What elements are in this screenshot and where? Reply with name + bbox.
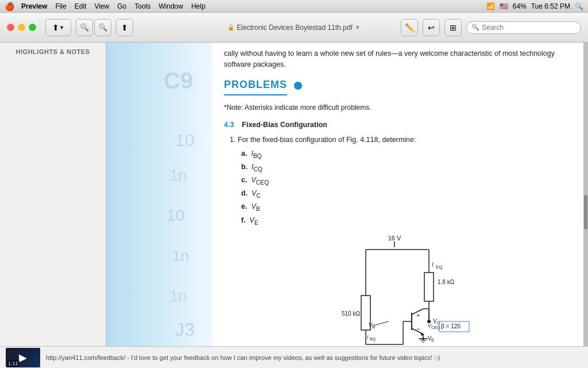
share-icon: ⬆ xyxy=(121,23,128,32)
svg-text:J3: J3 xyxy=(175,319,195,340)
more-button[interactable]: ⊞ xyxy=(444,19,462,36)
svg-text:1n: 1n xyxy=(172,247,189,264)
zoom-in-button[interactable]: 🔍 xyxy=(94,19,111,36)
search-input[interactable] xyxy=(482,24,576,32)
svg-text:10: 10 xyxy=(167,206,184,224)
battery-status: 64% xyxy=(513,2,527,10)
svg-rect-11 xyxy=(424,273,434,301)
svg-text:V: V xyxy=(433,318,437,324)
menu-file[interactable]: File xyxy=(52,2,69,10)
sidebar: HIGHLIGHTS & NOTES xyxy=(0,43,106,346)
bottom-bar: ▶ 1:11 http://yan411.com/feedback/ - I'd… xyxy=(0,346,588,368)
svg-point-30 xyxy=(422,338,424,340)
menu-help[interactable]: Help xyxy=(188,2,209,10)
menu-edit[interactable]: Edit xyxy=(71,2,90,10)
svg-text:CEQ: CEQ xyxy=(431,325,440,330)
problems-heading: PROBLEMS xyxy=(224,76,287,95)
svg-text:1.8 kΩ: 1.8 kΩ xyxy=(438,279,455,285)
section-number: 4.3 xyxy=(224,121,234,129)
sub-item-c: c. VCEQ xyxy=(241,174,565,187)
menu-tools[interactable]: Tools xyxy=(131,2,154,10)
sub-item-e: e. VB xyxy=(241,201,565,214)
svg-text:1n: 1n xyxy=(169,166,187,184)
svg-text:10: 10 xyxy=(175,131,194,150)
pen-icon: ✏️ xyxy=(405,23,415,32)
zoom-buttons: 🔍 🔍 xyxy=(76,19,111,36)
sub-item-d: d. VC xyxy=(241,187,565,201)
sub-item-a: a. IBQ xyxy=(241,148,565,161)
zoom-out-button[interactable]: 🔍 xyxy=(76,19,93,36)
blue-dot-decoration xyxy=(294,82,302,90)
document-title: 🔒 Electronic Devices Boylestad 11th.pdf … xyxy=(227,24,360,32)
page-nav-button[interactable]: ⬆ ▼ xyxy=(45,19,71,36)
svg-text:C: C xyxy=(437,320,440,325)
note-text: *Note: Asterisks indicate more difficult… xyxy=(224,102,565,113)
video-thumbnail: ▶ 1:11 xyxy=(6,348,40,367)
title-chevron: ▼ xyxy=(355,24,361,30)
toolbar: ⬆ ▼ 🔍 🔍 ⬆ 🔒 Electronic Devices Boylestad… xyxy=(0,13,588,43)
menu-preview[interactable]: Preview xyxy=(18,2,51,10)
window-controls xyxy=(7,24,36,31)
menu-view[interactable]: View xyxy=(91,2,113,10)
minimize-button[interactable] xyxy=(18,24,25,31)
annotate-button[interactable]: ✏️ xyxy=(401,19,418,36)
svg-line-46 xyxy=(373,321,389,325)
svg-text:−: − xyxy=(416,325,420,332)
title-text: Electronic Devices Boylestad 11th.pdf xyxy=(237,24,352,32)
circuit-svg: 16 V 1.8 kΩ I EQ xyxy=(314,232,475,346)
pdf-area: C9 10 1n 10 1n 1n J3 cally without havin… xyxy=(106,43,588,346)
section-title: Fixed-Bias Configuration xyxy=(242,121,327,129)
sidebar-title: HIGHLIGHTS & NOTES xyxy=(16,48,90,55)
sub-item-b: b. ICQ xyxy=(241,161,565,174)
menubar: 🍎 Preview File Edit View Go Tools Window… xyxy=(0,0,588,13)
svg-text:β = 120: β = 120 xyxy=(441,323,461,329)
svg-text:+: + xyxy=(416,312,420,319)
search-box: 🔍 xyxy=(466,21,581,34)
sub-item-f: f. VE xyxy=(241,214,565,228)
maximize-button[interactable] xyxy=(29,24,36,31)
svg-text:EQ: EQ xyxy=(436,264,443,270)
bottom-url-text: http://yan411.com/feedback/ - I'd love t… xyxy=(46,354,582,361)
nav-icon: ⬆ xyxy=(52,23,59,32)
wifi-icon[interactable]: 📶 xyxy=(486,2,495,10)
spotlight-icon[interactable]: 🔍 xyxy=(575,2,583,10)
nav-chevron: ▼ xyxy=(59,25,64,30)
intro-text: cally without having to learn a whole ne… xyxy=(224,48,565,71)
svg-text:510 kΩ: 510 kΩ xyxy=(342,310,360,317)
rotate-button[interactable]: ↩ xyxy=(423,19,440,36)
zoom-in-icon: 🔍 xyxy=(98,23,107,32)
svg-marker-25 xyxy=(420,332,424,336)
svg-text:1n: 1n xyxy=(169,287,187,305)
circuit-diagram: 16 V 1.8 kΩ I EQ xyxy=(224,232,565,346)
sub-items: a. IBQ b. ICQ c. VCEQ d. VC e. VB f. VE xyxy=(241,148,565,228)
flag-icon: 🇺🇸 xyxy=(500,2,508,10)
lock-icon: 🔒 xyxy=(227,24,234,30)
main-layout: HIGHLIGHTS & NOTES C9 10 1n 10 1n 1n J3 … xyxy=(0,43,588,346)
menu-go[interactable]: Go xyxy=(114,2,130,10)
nav-buttons: ⬆ ▼ xyxy=(45,19,71,36)
search-icon: 🔍 xyxy=(471,24,479,31)
problem-1-text: 1. For the fixed-bias configuration of F… xyxy=(230,134,565,145)
rotate-icon: ↩ xyxy=(428,23,435,32)
clock: Tue 6:52 PM xyxy=(531,2,570,10)
menu-window[interactable]: Window xyxy=(155,2,187,10)
close-button[interactable] xyxy=(7,24,14,31)
svg-text:BQ: BQ xyxy=(370,337,376,342)
svg-text:I: I xyxy=(432,262,434,268)
page-content: C9 10 1n 10 1n 1n J3 cally without havin… xyxy=(106,43,588,346)
svg-text:E: E xyxy=(431,338,434,343)
share-button[interactable]: ⬆ xyxy=(116,19,133,36)
svg-text:16 V: 16 V xyxy=(388,235,401,241)
zoom-out-icon: 🔍 xyxy=(80,23,89,32)
video-time: 1:11 xyxy=(7,361,20,366)
svg-text:I: I xyxy=(367,334,369,340)
dots-icon: ⊞ xyxy=(450,23,457,32)
apple-menu[interactable]: 🍎 xyxy=(5,2,14,11)
svg-text:C9: C9 xyxy=(164,68,193,93)
